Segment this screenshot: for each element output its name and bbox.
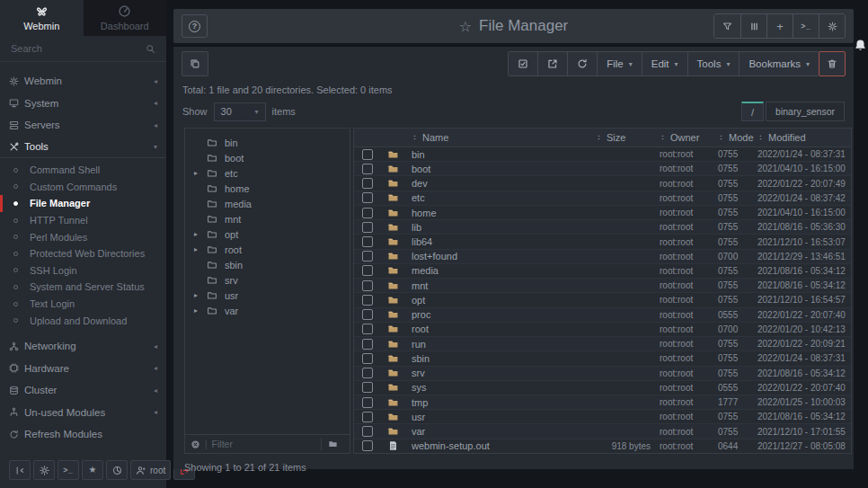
funnel-button[interactable] xyxy=(714,14,740,38)
sidebar-subitem-upload-and-download[interactable]: Upload and Download xyxy=(0,312,166,329)
sidebar-subitem-text-login[interactable]: Text Login xyxy=(0,296,166,313)
sidebar-subitem-http-tunnel[interactable]: HTTP Tunnel xyxy=(0,212,166,229)
tree-item-var[interactable]: ▸var xyxy=(185,303,350,318)
sidebar-item-hardware[interactable]: Hardware◂ xyxy=(0,357,166,379)
table-row-proc[interactable]: procroot:root05552022/01/22 - 20:07:40 xyxy=(354,308,851,323)
tree-item-opt[interactable]: ▸opt xyxy=(185,226,350,242)
row-checkbox[interactable] xyxy=(362,178,373,189)
table-row-var[interactable]: varroot:root07552021/12/10 - 17:01:55 xyxy=(354,424,851,439)
table-row-sbin[interactable]: sbinroot:root07552022/01/24 - 08:37:31 xyxy=(354,351,851,366)
tree-folder-button[interactable] xyxy=(321,438,344,451)
row-checkbox[interactable] xyxy=(362,164,373,174)
sidebar-item-servers[interactable]: Servers◂ xyxy=(0,114,166,137)
row-checkbox[interactable] xyxy=(362,265,373,276)
row-checkbox[interactable] xyxy=(362,309,373,320)
sidebar-subitem-file-manager[interactable]: File Manager xyxy=(0,195,166,212)
table-row-sys[interactable]: sysroot:root05552022/01/22 - 20:07:40 xyxy=(354,381,851,395)
row-checkbox[interactable] xyxy=(362,280,373,291)
row-checkbox[interactable] xyxy=(362,192,373,203)
table-row-dev[interactable]: devroot:root07552022/01/22 - 20:07:49 xyxy=(354,176,851,191)
tree-item-media[interactable]: media xyxy=(185,196,350,211)
menu-bookmarks-button[interactable]: Bookmarks▾ xyxy=(739,52,819,75)
column-header-mode[interactable]: Mode xyxy=(718,132,757,143)
table-row-usr[interactable]: usrroot:root07552021/08/16 - 05:34:12 xyxy=(354,410,851,424)
tree-item-sbin[interactable]: sbin xyxy=(185,257,350,272)
menu-edit-button[interactable]: Edit▾ xyxy=(642,52,687,75)
tab-webmin[interactable]: Webmin xyxy=(0,0,84,36)
table-row-etc[interactable]: etcroot:root07552022/01/24 - 08:37:42 xyxy=(354,191,851,206)
table-row-bin[interactable]: binroot:root07552022/01/24 - 08:37:31 xyxy=(354,147,851,162)
sidebar-item-un-used-modules[interactable]: Un-used Modules◂ xyxy=(0,401,166,423)
favorite-star-icon[interactable]: ☆ xyxy=(459,18,472,35)
sidebar-subitem-perl-modules[interactable]: Perl Modules xyxy=(0,228,166,245)
table-row-srv[interactable]: srvroot:root07552021/08/16 - 05:34:12 xyxy=(354,367,851,381)
sidebar-item-networking[interactable]: Networking◂ xyxy=(0,335,166,358)
table-row-media[interactable]: mediaroot:root07552021/08/16 - 05:34:12 xyxy=(354,264,851,279)
sidebar-subitem-ssh-login[interactable]: SSH Login xyxy=(0,262,166,279)
row-checkbox[interactable] xyxy=(362,382,373,393)
column-header-owner[interactable]: Owner xyxy=(660,132,718,143)
sidebar-item-tools[interactable]: Tools▾ xyxy=(0,137,166,159)
refresh-button[interactable] xyxy=(567,52,597,75)
table-row-lost-found[interactable]: lost+foundroot:root07002021/12/29 - 13:4… xyxy=(354,250,851,264)
caret-right-icon[interactable]: ▸ xyxy=(194,169,207,177)
row-checkbox[interactable] xyxy=(362,339,373,350)
search-input[interactable] xyxy=(11,43,140,54)
table-row-home[interactable]: homeroot:root07552021/04/10 - 16:15:00 xyxy=(354,206,851,220)
tree-item-bin[interactable]: bin xyxy=(185,135,350,150)
tree-item-usr[interactable]: ▸usr xyxy=(185,288,350,303)
sidebar-subitem-protected-web-directories[interactable]: Protected Web Directories xyxy=(0,245,166,262)
path-search-field[interactable]: binary_sensor xyxy=(766,102,845,121)
row-checkbox[interactable] xyxy=(362,353,373,364)
clear-filter-icon[interactable] xyxy=(190,439,200,449)
row-checkbox[interactable] xyxy=(362,412,373,422)
tree-item-boot[interactable]: boot xyxy=(185,150,350,165)
collapse-button[interactable] xyxy=(9,460,31,480)
sidebar-item-webmin[interactable]: Webmin◂ xyxy=(0,70,166,93)
sidebar-item-cluster[interactable]: Cluster◂ xyxy=(0,379,166,402)
table-row-run[interactable]: runroot:root07552022/01/22 - 20:09:21 xyxy=(354,337,851,351)
column-header-modified[interactable]: Modified xyxy=(757,132,851,143)
column-header-size[interactable]: Size xyxy=(592,132,660,143)
tree-item-root[interactable]: ▸root xyxy=(185,242,350,257)
row-checkbox[interactable] xyxy=(362,440,373,451)
table-row-mnt[interactable]: mntroot:root07552021/08/16 - 05:34:12 xyxy=(354,279,851,293)
row-checkbox[interactable] xyxy=(362,208,373,218)
table-row-lib64[interactable]: lib64root:root07552021/12/10 - 16:53:07 xyxy=(354,235,851,249)
trash-button[interactable] xyxy=(819,51,846,76)
sidebar-item-system[interactable]: System◂ xyxy=(0,93,166,115)
sidebar-subitem-system-and-server-status[interactable]: System and Server Status xyxy=(0,279,166,296)
table-row-tmp[interactable]: tmproot:root17772022/01/25 - 10:00:03 xyxy=(354,395,851,410)
sidebar-subitem-command-shell[interactable]: Command Shell xyxy=(0,162,166,179)
row-checkbox[interactable] xyxy=(362,251,373,262)
table-row-root[interactable]: rootroot:root07002022/01/20 - 10:42:13 xyxy=(354,323,851,337)
tree-item-etc[interactable]: ▸etc xyxy=(185,165,350,181)
items-per-page-select[interactable]: 30 ▾ xyxy=(214,102,266,121)
share-button[interactable] xyxy=(537,52,567,75)
row-checkbox[interactable] xyxy=(362,295,373,306)
root-user-button[interactable]: root xyxy=(130,460,171,480)
tree-filter-input[interactable] xyxy=(212,439,316,449)
row-checkbox[interactable] xyxy=(362,149,373,160)
table-row-opt[interactable]: optroot:root07552021/12/10 - 16:54:57 xyxy=(354,293,851,307)
row-checkbox[interactable] xyxy=(362,426,373,437)
caret-right-icon[interactable]: ▸ xyxy=(194,291,207,299)
row-checkbox[interactable] xyxy=(362,236,373,247)
gear-button[interactable] xyxy=(819,14,845,38)
tree-item-home[interactable]: home xyxy=(185,181,350,196)
sidebar-item-refresh-modules[interactable]: Refresh Modules xyxy=(0,423,166,446)
table-row-lib[interactable]: libroot:root07552021/08/16 - 05:36:30 xyxy=(354,220,851,235)
sun-button[interactable] xyxy=(33,460,55,480)
caret-right-icon[interactable]: ▸ xyxy=(194,306,207,315)
notifications-bell-icon[interactable] xyxy=(854,38,867,53)
caret-right-icon[interactable]: ▸ xyxy=(194,245,207,253)
caret-right-icon[interactable]: ▸ xyxy=(194,230,207,238)
terminal-button[interactable]: >_ xyxy=(793,14,819,38)
tree-item-srv[interactable]: srv xyxy=(185,272,350,288)
row-checkbox[interactable] xyxy=(362,368,373,378)
pie-button[interactable] xyxy=(106,460,128,480)
menu-tools-button[interactable]: Tools▾ xyxy=(687,52,740,75)
columns-button[interactable] xyxy=(740,14,766,38)
table-row-webmin-setup-out[interactable]: webmin-setup.out918 bytesroot:root064420… xyxy=(354,439,851,453)
row-checkbox[interactable] xyxy=(362,324,373,334)
